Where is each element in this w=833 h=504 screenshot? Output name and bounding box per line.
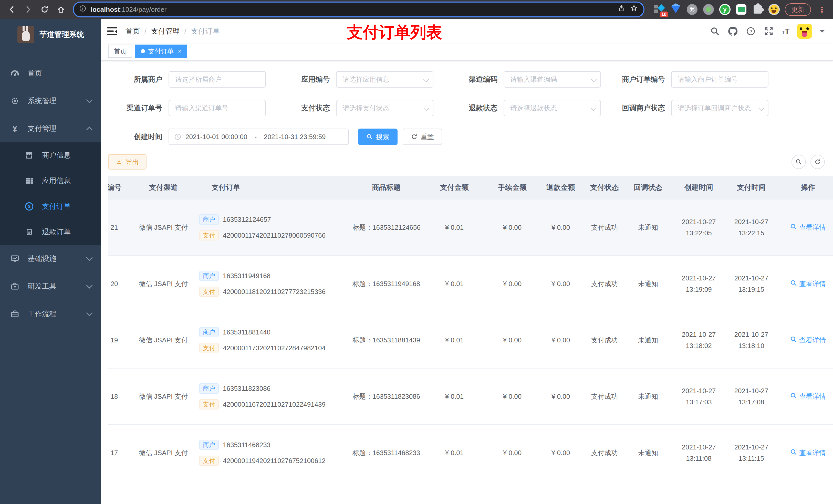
- tab-1[interactable]: 支付订单×: [135, 45, 187, 58]
- sidebar-subitem-3[interactable]: 退款订单: [0, 219, 101, 245]
- breadcrumb-item-0[interactable]: 首页: [125, 26, 140, 36]
- column-header-0: 编号: [108, 176, 129, 199]
- reload-icon[interactable]: [38, 3, 51, 16]
- cell-title: [351, 481, 422, 504]
- url-text[interactable]: localhost:1024/pay/order: [91, 6, 166, 14]
- view-details-link[interactable]: 查看详情: [790, 392, 826, 401]
- date-end-value[interactable]: 2021-10-31 23:59:59: [264, 133, 326, 141]
- tab-0[interactable]: 首页: [108, 45, 132, 58]
- search-button[interactable]: 搜索: [358, 128, 398, 145]
- sidebar-item-4[interactable]: 研发工具: [0, 272, 101, 300]
- pay-tag: 支付: [199, 287, 219, 297]
- column-header-11: 操作: [776, 176, 833, 199]
- breadcrumb-item-1[interactable]: 支付管理: [151, 26, 180, 36]
- view-details-link[interactable]: 查看详情: [790, 336, 826, 345]
- filter-input-4[interactable]: [169, 100, 266, 116]
- filter-input-3[interactable]: [671, 71, 768, 88]
- cell-notify-status: [625, 481, 671, 504]
- cell-amount: ¥ 0.01: [422, 256, 487, 312]
- filter-select-5[interactable]: [336, 100, 433, 116]
- yen-icon: ¥: [10, 124, 20, 133]
- user-avatar[interactable]: [797, 24, 812, 39]
- date-separator: -: [251, 133, 260, 141]
- logo-rabbit-image: [18, 26, 34, 43]
- app-logo[interactable]: 芋道管理系统: [0, 19, 101, 50]
- filter-item-3: 商户订单编号: [611, 71, 778, 88]
- refresh-table-icon[interactable]: [810, 155, 825, 169]
- close-tab-icon[interactable]: ×: [178, 48, 181, 55]
- url-host: localhost: [91, 6, 120, 13]
- home-icon[interactable]: [54, 3, 68, 16]
- export-button[interactable]: 导出: [108, 154, 146, 170]
- puzzle-extensions-icon[interactable]: [752, 4, 763, 15]
- cell-amount: ¥ 0.01: [422, 368, 487, 425]
- chat-extension-icon[interactable]: [736, 4, 747, 15]
- address-bar[interactable]: localhost:1024/pay/order: [74, 3, 643, 16]
- cell-fee: ¥ 0.00: [487, 256, 538, 312]
- sidebar-item-0[interactable]: 首页: [0, 59, 101, 87]
- back-icon[interactable]: [5, 3, 19, 16]
- reset-button-label: 重置: [421, 133, 434, 141]
- cell-title: 标题：1635311823086: [351, 368, 422, 425]
- magnifier-icon: [790, 280, 797, 288]
- view-details-link[interactable]: 查看详情: [790, 449, 826, 457]
- bookmark-star-icon[interactable]: [629, 4, 638, 15]
- filter-item-5: 支付状态: [276, 100, 443, 116]
- help-icon[interactable]: ?: [746, 26, 756, 37]
- search-icon[interactable]: [710, 26, 720, 37]
- collapse-sidebar-icon[interactable]: [107, 27, 117, 35]
- sidebar-item-label: 首页: [28, 68, 92, 78]
- table-row-0: 21微信 JSAPI 支付商户1635312124657支付4200001174…: [108, 199, 833, 256]
- sidebar-item-1[interactable]: 系统管理: [0, 87, 101, 115]
- toggle-search-icon[interactable]: [791, 155, 806, 169]
- sidebar-subitem-0[interactable]: 商户信息: [0, 142, 101, 168]
- reset-button[interactable]: 重置: [403, 128, 442, 145]
- blocks-extension-icon[interactable]: 10: [654, 4, 665, 15]
- gem-extension-icon[interactable]: [670, 4, 681, 15]
- filter-select-1[interactable]: [336, 71, 433, 88]
- cell-id: 18: [108, 368, 129, 425]
- browser-menu-icon[interactable]: ⋮: [816, 5, 828, 14]
- filter-select-2[interactable]: [504, 71, 601, 88]
- font-size-icon[interactable]: TT: [782, 27, 789, 35]
- view-details-link[interactable]: 查看详情: [790, 223, 826, 232]
- briefcase-icon: [10, 309, 20, 318]
- cell-title: 标题：1635312124656: [351, 199, 422, 256]
- sidebar-item-3[interactable]: 基础设施: [0, 245, 101, 272]
- cell-actions: 查看详情: [776, 256, 833, 312]
- green-dot-extension-icon[interactable]: [703, 4, 714, 15]
- filter-select-6[interactable]: [504, 100, 601, 116]
- fullscreen-icon[interactable]: [764, 26, 774, 37]
- column-header-2: 支付订单: [197, 176, 351, 199]
- pay-tag: 支付: [199, 456, 219, 466]
- chevron-down-icon[interactable]: [820, 30, 825, 35]
- yen-circle-icon: ¥: [25, 202, 34, 211]
- view-details-label: 查看详情: [799, 392, 826, 401]
- tags-view-bar: 首页支付订单×: [101, 44, 833, 61]
- sidebar-item-5[interactable]: 工作流程: [0, 300, 101, 328]
- sidebar-subitem-2[interactable]: ¥支付订单: [0, 194, 101, 219]
- merchant-order-no: 1635312124657: [223, 216, 271, 223]
- filter-label: 回调商户状态: [611, 103, 671, 113]
- date-range-picker[interactable]: 2021-10-01 00:00:00 - 2021-10-31 23:59:5…: [169, 128, 349, 145]
- site-info-icon[interactable]: [79, 5, 87, 14]
- forward-icon[interactable]: [22, 3, 35, 16]
- command-extension-icon[interactable]: ⌘: [687, 4, 698, 15]
- filter-input-0[interactable]: [169, 71, 266, 88]
- profile-emoji-icon[interactable]: [768, 4, 780, 15]
- sidebar-subitem-1[interactable]: 应用信息: [0, 168, 101, 194]
- cell-refund: ¥ 0.00: [538, 199, 584, 256]
- share-icon[interactable]: [617, 4, 625, 15]
- browser-update-button[interactable]: 更新: [785, 3, 811, 16]
- sidebar-item-2[interactable]: ¥支付管理: [0, 115, 101, 142]
- vue-extension-icon[interactable]: y: [719, 4, 731, 15]
- view-details-link[interactable]: 查看详情: [790, 280, 826, 288]
- filter-select-7[interactable]: [671, 100, 768, 116]
- cell-refund: ¥ 0.00: [538, 425, 584, 481]
- date-start-value[interactable]: 2021-10-01 00:00:00: [186, 133, 247, 141]
- cell-created-time: 2021-10-2713:19:09: [671, 256, 727, 312]
- github-icon[interactable]: [728, 26, 738, 37]
- shop-icon: [25, 150, 34, 160]
- main-area: 首页/支付管理/支付订单 支付订单列表 ? TT: [101, 19, 833, 504]
- breadcrumb-separator: /: [185, 27, 187, 35]
